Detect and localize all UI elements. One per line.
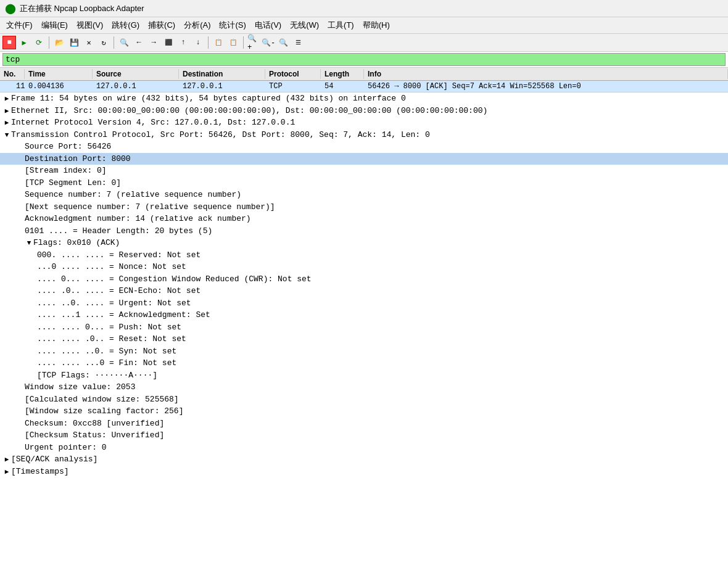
title-icon: ⬤	[5, 2, 16, 14]
ip-arrow-icon[interactable]: ▶	[2, 118, 11, 128]
menu-item-捕获[interactable]: 捕获(C)	[144, 19, 179, 32]
packet-row[interactable]: 11 0.004136 127.0.0.1 127.0.0.1 TCP 54 5…	[0, 81, 728, 92]
detail-child-line[interactable]: ▼ Flags: 0x010 (ACK)	[0, 237, 728, 249]
detail-child-line[interactable]: [Window size scaling factor: 256]	[0, 405, 728, 418]
section-seq-ack[interactable]: ▶ [SEQ/ACK analysis]	[0, 453, 728, 466]
open-button[interactable]: 📂	[52, 36, 66, 49]
detail-child-line[interactable]: Checksum: 0xcc88 [unverified]	[0, 418, 728, 430]
zoom-custom-button[interactable]: ☰	[291, 36, 305, 49]
detail-child-line[interactable]: [Calculated window size: 525568]	[0, 394, 728, 406]
detail-child-line[interactable]: Source Port: 56426	[0, 141, 728, 153]
col-time: Time	[25, 69, 93, 79]
tcp-arrow-icon[interactable]: ▼	[2, 130, 11, 141]
forward-button[interactable]: →	[147, 36, 160, 49]
copy-button[interactable]: 📋	[212, 36, 225, 49]
detail-child-line[interactable]: Destination Port: 8000	[0, 153, 728, 165]
detail-child-line[interactable]: .... .... .0.. = Reset: Not set	[0, 333, 728, 345]
menu-item-工具[interactable]: 工具(T)	[324, 19, 358, 32]
menu-item-编辑[interactable]: 编辑(E)	[38, 19, 72, 32]
detail-child-line[interactable]: Acknowledgment number: 14 (relative ack …	[0, 213, 728, 225]
section-timestamps[interactable]: ▶ [Timestamps]	[0, 466, 728, 478]
menu-item-分析[interactable]: 分析(A)	[180, 19, 214, 32]
cell-source: 127.0.0.1	[93, 81, 179, 91]
up-button[interactable]: ↑	[176, 36, 190, 49]
toolbar: ■ ▶ ⟳ 📂 💾 ✕ ↻ 🔍 ← → ⬛ ↑ ↓ 📋 📋 🔍+ 🔍- 🔍 ☰	[0, 34, 728, 52]
menu-bar: 文件(F)编辑(E)视图(V)跳转(G)捕获(C)分析(A)统计(S)电话(V)…	[0, 17, 728, 34]
frame-arrow-icon[interactable]: ▶	[2, 94, 11, 104]
cell-time: 0.004136	[25, 81, 93, 91]
back-button[interactable]: ←	[132, 36, 146, 49]
col-protocol: Protocol	[265, 69, 321, 79]
detail-child-line[interactable]: .... .... ..0. = Syn: Not set	[0, 345, 728, 358]
detail-child-line[interactable]: .... ..0. .... = Urgent: Not set	[0, 297, 728, 310]
detail-child-line[interactable]: .... ...1 .... = Acknowledgment: Set	[0, 309, 728, 321]
section-ip[interactable]: ▶ Internet Protocol Version 4, Src: 127.…	[0, 117, 728, 129]
menu-item-无线[interactable]: 无线(W)	[286, 19, 323, 32]
detail-child-line[interactable]: .... 0... .... = Congestion Window Reduc…	[0, 273, 728, 286]
col-destination: Destination	[179, 69, 265, 79]
detail-child-line[interactable]: .... .... ...0 = Fin: Not set	[0, 357, 728, 369]
toolbar-sep-4	[243, 36, 244, 49]
stop-button[interactable]: ■	[2, 36, 16, 49]
detail-child-line[interactable]: 0101 .... = Header Length: 20 bytes (5)	[0, 225, 728, 237]
menu-item-电话[interactable]: 电话(V)	[251, 19, 285, 32]
section-frame[interactable]: ▶ Frame 11: 54 bytes on wire (432 bits),…	[0, 93, 728, 105]
toolbar-sep-3	[208, 36, 209, 49]
save-button[interactable]: 💾	[67, 36, 81, 49]
detail-child-line[interactable]: [Stream index: 0]	[0, 165, 728, 177]
col-no: No.	[0, 69, 25, 79]
detail-child-line[interactable]: 000. .... .... = Reserved: Not set	[0, 249, 728, 262]
menu-item-统计[interactable]: 统计(S)	[215, 19, 249, 32]
restart-button[interactable]: ⟳	[32, 36, 46, 49]
zoom-fit-button[interactable]: 🔍	[276, 36, 290, 49]
detail-child-line[interactable]: Sequence number: 7 (relative sequence nu…	[0, 189, 728, 201]
filter-bar	[0, 52, 728, 68]
packet-list-header: No. Time Source Destination Protocol Len…	[0, 68, 728, 81]
detail-child-line[interactable]: [TCP Segment Len: 0]	[0, 177, 728, 189]
detail-child-line[interactable]: .... .... 0... = Push: Not set	[0, 321, 728, 334]
detail-child-line[interactable]: Urgent pointer: 0	[0, 442, 728, 454]
mark-button[interactable]: 📋	[226, 36, 240, 49]
ethernet-arrow-icon[interactable]: ▶	[2, 106, 11, 117]
start-button[interactable]: ▶	[17, 36, 31, 49]
down-button[interactable]: ↓	[191, 36, 205, 49]
title-text: 正在捕获 Npcap Loopback Adapter	[20, 3, 144, 14]
col-info: Info	[364, 69, 728, 79]
cell-info: 56426 → 8000 [ACK] Seq=7 Ack=14 Win=5255…	[364, 81, 728, 91]
goto-button[interactable]: ⬛	[162, 36, 175, 49]
filter-input[interactable]	[2, 53, 726, 66]
detail-child-line[interactable]: [Checksum Status: Unverified]	[0, 429, 728, 442]
flags-arrow-icon[interactable]: ▼	[25, 238, 33, 249]
cell-no: 11	[0, 81, 25, 91]
menu-item-文件[interactable]: 文件(F)	[2, 19, 36, 32]
detail-child-line[interactable]: [TCP Flags: ·······A····]	[0, 369, 728, 382]
section-tcp[interactable]: ▼ Transmission Control Protocol, Src Por…	[0, 129, 728, 141]
detail-child-line[interactable]: ...0 .... .... = Nonce: Not set	[0, 261, 728, 273]
menu-item-视图[interactable]: 视图(V)	[73, 19, 107, 32]
seq-ack-arrow-icon[interactable]: ▶	[2, 455, 11, 465]
title-bar: ⬤ 正在捕获 Npcap Loopback Adapter	[0, 0, 728, 17]
col-length: Length	[321, 69, 364, 79]
section-ethernet[interactable]: ▶ Ethernet II, Src: 00:00:00_00:00:00 (0…	[0, 105, 728, 117]
detail-panel: ▶ Frame 11: 54 bytes on wire (432 bits),…	[0, 92, 728, 575]
menu-item-跳转[interactable]: 跳转(G)	[108, 19, 143, 32]
cell-protocol: TCP	[265, 81, 321, 91]
cell-destination: 127.0.0.1	[179, 81, 265, 91]
detail-child-line[interactable]: [Next sequence number: 7 (relative seque…	[0, 201, 728, 213]
detail-child-line[interactable]: Window size value: 2053	[0, 381, 728, 394]
zoom-out-button[interactable]: 🔍-	[262, 36, 275, 49]
timestamps-arrow-icon[interactable]: ▶	[2, 467, 11, 477]
toolbar-sep-2	[114, 36, 114, 49]
zoom-in-button[interactable]: 🔍+	[247, 36, 260, 49]
cell-length: 54	[321, 81, 364, 91]
toolbar-sep-1	[49, 36, 49, 49]
close-button[interactable]: ✕	[82, 36, 96, 49]
main-content: No. Time Source Destination Protocol Len…	[0, 68, 728, 575]
reload-button[interactable]: ↻	[97, 36, 110, 49]
detail-child-line[interactable]: .... .0.. .... = ECN-Echo: Not set	[0, 285, 728, 297]
find-button[interactable]: 🔍	[117, 36, 131, 49]
menu-item-帮助[interactable]: 帮助(H)	[359, 19, 394, 32]
col-source: Source	[93, 69, 179, 79]
